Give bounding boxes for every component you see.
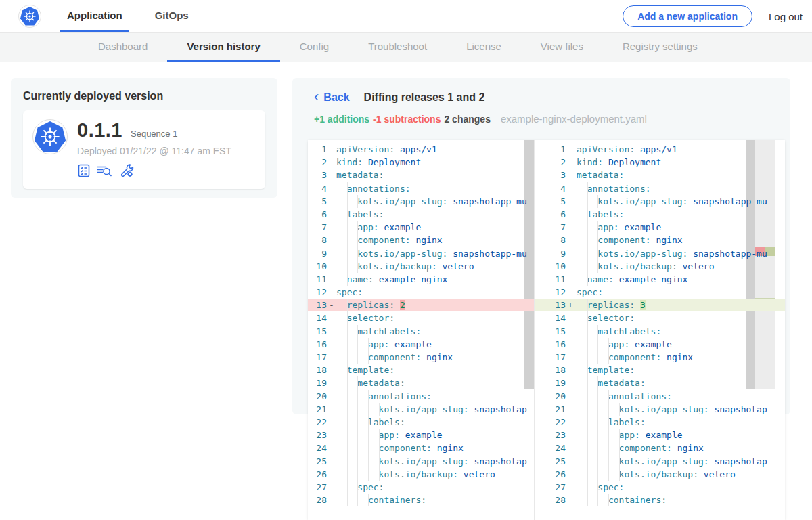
back-button[interactable]: ‹ Back xyxy=(314,91,350,104)
indent-guide xyxy=(597,260,598,273)
subnav-config[interactable]: Config xyxy=(280,33,348,62)
config-tools-icon[interactable] xyxy=(119,163,134,177)
add-application-button[interactable]: Add a new application xyxy=(623,5,752,27)
indent-guide xyxy=(347,195,348,208)
indent-guide xyxy=(597,247,598,260)
indent-guide xyxy=(357,429,358,441)
indent-guide xyxy=(357,338,358,351)
indent-guide xyxy=(379,455,380,468)
indent-guide xyxy=(597,429,598,441)
tab-gitops[interactable]: GitOps xyxy=(148,0,196,32)
indent-guide xyxy=(357,376,358,389)
release-notes-icon[interactable] xyxy=(97,164,113,177)
line-number: 21 xyxy=(308,403,327,416)
indent-guide xyxy=(597,468,598,481)
indent-guide xyxy=(587,311,588,324)
diff-line: 11 name: example-nginx xyxy=(308,273,534,286)
indent-guide xyxy=(587,208,588,221)
indent-guide xyxy=(368,403,369,416)
diff-line: 18 template: xyxy=(308,364,534,376)
deployed-version-number: 0.1.1 xyxy=(77,119,122,142)
line-number: 17 xyxy=(308,351,327,364)
app-icon xyxy=(32,119,68,154)
subnav-dashboard[interactable]: Dashboard xyxy=(78,33,167,62)
deployed-version-tile: 0.1.1 Sequence 1 Deployed 01/21/22 @ 11:… xyxy=(23,110,265,189)
diff-line: 24 component: nginx xyxy=(308,441,534,454)
logout-link[interactable]: Log out xyxy=(769,11,803,22)
diff-line: 2kind: Deployment xyxy=(308,156,534,169)
line-number: 28 xyxy=(535,494,566,506)
indent-guide xyxy=(587,338,588,351)
indent-guide xyxy=(608,390,609,403)
indent-guide xyxy=(347,325,348,338)
subnav-license[interactable]: License xyxy=(447,33,521,62)
line-number: 21 xyxy=(535,403,566,416)
indent-guide xyxy=(619,468,620,481)
diff-line: 19 metadata: xyxy=(308,376,534,389)
line-number: 12 xyxy=(535,286,566,299)
line-number: 1 xyxy=(308,143,327,156)
line-number: 16 xyxy=(308,338,327,351)
indent-guide xyxy=(587,195,588,208)
indent-guide xyxy=(357,468,358,481)
subnav-view-files[interactable]: View files xyxy=(521,33,603,62)
indent-guide xyxy=(347,299,348,311)
indent-guide xyxy=(357,260,358,273)
indent-guide xyxy=(587,260,588,273)
line-number: 25 xyxy=(535,455,566,468)
diff-line: 16 app: example xyxy=(308,338,534,351)
line-number: 10 xyxy=(308,260,327,273)
line-number: 22 xyxy=(535,416,566,429)
diff-line: 7 app: example xyxy=(535,221,785,234)
diff-line: 6 labels: xyxy=(308,208,534,221)
diff-line: 9 kots.io/app-slug: snapshotapp-mu xyxy=(308,247,534,260)
diff-line: 8 component: nginx xyxy=(535,234,785,246)
indent-guide xyxy=(368,468,369,481)
indent-guide xyxy=(597,376,598,389)
indent-guide xyxy=(379,429,380,441)
indent-guide xyxy=(597,338,598,351)
line-number: 14 xyxy=(535,311,566,324)
line-number: 13 xyxy=(308,299,327,311)
indent-guide xyxy=(347,429,348,441)
line-number: 10 xyxy=(535,260,566,273)
line-number: 19 xyxy=(308,376,327,389)
indent-guide xyxy=(587,390,588,403)
indent-guide xyxy=(368,390,369,403)
indent-guide xyxy=(587,325,588,338)
indent-guide xyxy=(597,195,598,208)
diff-line: 17 component: nginx xyxy=(535,351,785,364)
diff-line: 25 kots.io/app-slug: snapshotap xyxy=(535,455,785,468)
diff-line: 28 containers: xyxy=(535,494,785,506)
line-number: 4 xyxy=(308,182,327,195)
diff-line: 27 spec: xyxy=(535,481,785,494)
diff-line: 20 annotations: xyxy=(535,390,785,403)
line-number: 20 xyxy=(535,390,566,403)
indent-guide xyxy=(357,481,358,494)
subnav-troubleshoot[interactable]: Troubleshoot xyxy=(348,33,447,62)
subnav-version-history[interactable]: Version history xyxy=(167,33,279,62)
line-number: 6 xyxy=(308,208,327,221)
diff-line: 3metadata: xyxy=(535,169,785,181)
preflight-checklist-icon[interactable] xyxy=(77,164,91,177)
diff-line: 10 kots.io/backup: velero xyxy=(308,260,534,273)
indent-guide xyxy=(357,195,358,208)
diff-sign: - xyxy=(327,299,336,311)
diff-line: 25 kots.io/app-slug: snapshotap xyxy=(308,455,534,468)
indent-guide xyxy=(368,338,369,351)
diff-line: 6 labels: xyxy=(535,208,785,221)
deployed-sequence: Sequence 1 xyxy=(131,129,177,139)
diff-line: 17 component: nginx xyxy=(308,351,534,364)
indent-guide xyxy=(597,441,598,454)
diff-line: 23 app: example xyxy=(535,429,785,441)
indent-guide xyxy=(587,481,588,494)
indent-guide xyxy=(587,416,588,429)
diff-line: 3metadata: xyxy=(308,169,534,181)
line-number: 24 xyxy=(308,441,327,454)
indent-guide xyxy=(597,351,598,364)
diff-line: 12spec: xyxy=(308,286,534,299)
tab-application[interactable]: Application xyxy=(60,0,129,32)
indent-guide xyxy=(608,494,609,506)
subnav-registry-settings[interactable]: Registry settings xyxy=(603,33,717,62)
indent-guide xyxy=(619,455,620,468)
